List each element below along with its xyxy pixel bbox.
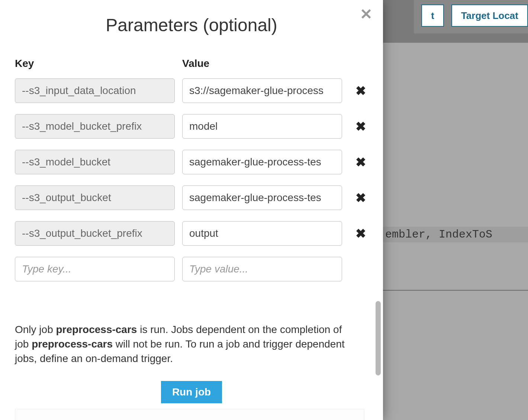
- run-button-row: Run job: [15, 381, 368, 403]
- param-value-input-2[interactable]: [182, 150, 342, 174]
- modal-title: Parameters (optional): [15, 15, 368, 35]
- param-key-input-2: [15, 150, 175, 174]
- close-icon[interactable]: ✕: [360, 7, 373, 22]
- run-job-button[interactable]: Run job: [161, 381, 222, 403]
- background-button-target-location: Target Locat: [451, 4, 528, 27]
- spacer: [350, 62, 372, 63]
- inner-panel: [15, 409, 364, 420]
- background-code-line: embler, IndexToS: [383, 227, 528, 242]
- remove-row-icon[interactable]: ✖: [350, 156, 372, 168]
- param-key-input-4: [15, 221, 175, 246]
- remove-row-icon[interactable]: ✖: [350, 227, 372, 240]
- remove-row-icon[interactable]: ✖: [350, 191, 372, 204]
- modal-scrollbar-thumb[interactable]: [376, 301, 381, 375]
- param-value-input-0[interactable]: [182, 78, 342, 103]
- background-button-partial: t: [421, 4, 444, 27]
- job-name-1: preprocess-cars: [56, 324, 137, 335]
- param-value-input-4[interactable]: [182, 221, 342, 246]
- remove-row-icon[interactable]: ✖: [350, 84, 372, 97]
- parameters-modal: ✕ Parameters (optional) Key Value ✖ ✖ ✖ …: [0, 0, 383, 420]
- new-value-input[interactable]: [182, 257, 342, 281]
- new-key-input[interactable]: [15, 257, 175, 281]
- background-header: t Target Locat: [414, 0, 528, 33]
- param-key-input-3: [15, 185, 175, 210]
- value-column-header: Value: [182, 58, 342, 70]
- param-key-input-1: [15, 114, 175, 139]
- remove-row-icon[interactable]: ✖: [350, 120, 372, 133]
- info-text: Only job preprocess-cars is run. Jobs de…: [15, 322, 357, 366]
- background-divider: [383, 290, 528, 291]
- job-name-2: preprocess-cars: [32, 338, 113, 350]
- param-value-input-3[interactable]: [182, 185, 342, 210]
- param-value-input-1[interactable]: [182, 114, 342, 139]
- parameters-grid: Key Value ✖ ✖ ✖ ✖ ✖: [15, 58, 368, 281]
- param-key-input-0: [15, 78, 175, 103]
- key-column-header: Key: [15, 58, 175, 70]
